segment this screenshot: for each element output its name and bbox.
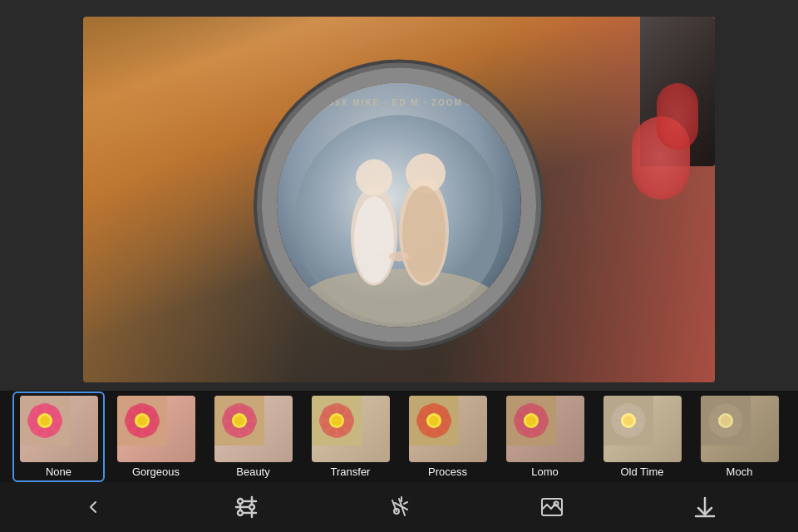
photo-area: NIKKOR 95X MIKE · ED M · ZOOM 98X LICL xyxy=(0,0,798,391)
filter-thumb-gorgeous xyxy=(117,396,195,462)
flower-svg-process xyxy=(409,396,459,446)
filter-label-lomo: Lomo xyxy=(531,466,559,478)
svg-point-4 xyxy=(354,197,394,283)
save-button[interactable] xyxy=(684,486,726,528)
svg-point-7 xyxy=(402,186,446,283)
filter-item-process[interactable]: Process xyxy=(401,392,494,482)
svg-point-30 xyxy=(137,416,147,426)
effects-icon xyxy=(387,495,411,520)
flower-svg-transfer xyxy=(312,396,362,446)
back-button[interactable] xyxy=(72,486,114,528)
adjust-button[interactable] xyxy=(225,486,267,528)
filter-item-transfer[interactable]: Transfer xyxy=(304,392,397,482)
flower-svg-gorgeous xyxy=(117,396,167,446)
filter-item-gorgeous[interactable]: Gorgeous xyxy=(110,392,202,482)
filter-label-oldtime: Old Time xyxy=(620,466,663,478)
lens-circle: NIKKOR 95X MIKE · ED M · ZOOM 98X LICL xyxy=(262,68,536,342)
filter-thumb-lomo xyxy=(506,396,584,462)
filter-thumb-process xyxy=(409,396,487,462)
filter-label-gorgeous: Gorgeous xyxy=(132,466,180,478)
flower-svg-oldtime xyxy=(603,396,653,446)
filter-label-transfer: Transfer xyxy=(331,466,371,478)
filter-thumb-beauty xyxy=(214,396,293,462)
toolbar xyxy=(0,482,798,532)
svg-point-19 xyxy=(40,416,50,426)
svg-point-41 xyxy=(234,416,244,426)
filter-item-beauty[interactable]: Beauty xyxy=(207,392,299,482)
filter-thumb-moch xyxy=(701,396,779,462)
filter-thumb-oldtime xyxy=(603,396,682,462)
children-silhouette xyxy=(291,111,507,328)
filter-item-moch[interactable]: Moch xyxy=(693,392,786,482)
effects-button[interactable] xyxy=(378,486,420,528)
filter-strip: None Gorgeous Beauty Transfer xyxy=(0,391,798,482)
flower-svg-moch xyxy=(701,396,751,446)
filter-thumb-none xyxy=(20,396,98,462)
svg-point-3 xyxy=(356,160,392,196)
filter-thumb-transfer xyxy=(312,396,390,462)
filter-label-beauty: Beauty xyxy=(236,466,269,478)
svg-point-74 xyxy=(526,416,536,426)
svg-point-63 xyxy=(429,416,439,426)
lens-text: NIKKOR 95X MIKE · ED M · ZOOM 98X LICL xyxy=(282,98,515,107)
adjust-icon xyxy=(234,495,259,520)
flower-svg-none xyxy=(20,396,70,446)
gallery-button[interactable] xyxy=(531,486,573,528)
filter-item-none[interactable]: None xyxy=(12,392,105,482)
photo-canvas: NIKKOR 95X MIKE · ED M · ZOOM 98X LICL xyxy=(83,17,715,382)
filter-item-lomo[interactable]: Lomo xyxy=(499,392,591,482)
save-icon xyxy=(692,495,717,520)
filter-item-oldtime[interactable]: Old Time xyxy=(596,392,688,482)
svg-point-85 xyxy=(623,416,633,426)
flower-svg-beauty xyxy=(214,396,264,446)
svg-point-96 xyxy=(721,416,731,426)
gallery-icon xyxy=(539,495,564,520)
svg-line-112 xyxy=(404,502,407,504)
svg-point-8 xyxy=(389,252,409,262)
flower-svg-lomo xyxy=(506,396,556,446)
filter-label-process: Process xyxy=(428,466,467,478)
filter-label-none: None xyxy=(46,466,71,478)
back-icon xyxy=(83,497,103,517)
filter-label-moch: Moch xyxy=(727,466,753,478)
svg-point-52 xyxy=(332,416,342,426)
